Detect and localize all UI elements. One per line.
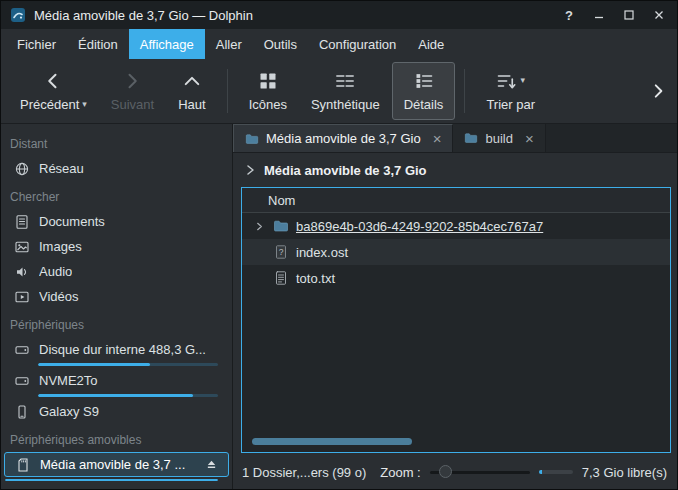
- file-name[interactable]: ba869e4b-03d6-4249-9202-85b4cec767a7: [296, 219, 543, 234]
- sidebar-item-images[interactable]: Images: [1, 234, 232, 259]
- section-remote: Distant: [1, 128, 232, 156]
- compact-view-button[interactable]: Synthétique: [299, 62, 392, 120]
- back-button[interactable]: Précédent▾: [8, 62, 99, 120]
- grid-icon: [258, 71, 278, 91]
- menu-edition[interactable]: Édition: [67, 29, 129, 59]
- sidebar-item-internal-disk[interactable]: Disque dur interne 488,3 G...: [1, 337, 232, 362]
- toolbar: Précédent▾ Suivant Haut Icônes Synthétiq…: [1, 59, 677, 124]
- sidebar-item-label: Disque dur interne 488,3 G...: [39, 342, 206, 357]
- forward-label: Suivant: [111, 97, 154, 112]
- phone-icon: [14, 404, 30, 420]
- toolbar-separator: [464, 69, 465, 113]
- chevron-right-icon: [122, 71, 142, 91]
- main-area: Distant Réseau Chercher Documents Images…: [1, 124, 677, 489]
- globe-icon: [14, 161, 30, 177]
- file-view[interactable]: Nom ba869e4b-03d6-4249-9202-85b4cec767a7…: [241, 187, 671, 453]
- app-icon: [10, 7, 26, 23]
- sort-by-button[interactable]: ▾ Trier par: [474, 62, 547, 120]
- toolbar-overflow-button[interactable]: [646, 69, 670, 113]
- chevron-left-icon: [43, 71, 63, 91]
- menu-aide[interactable]: Aide: [407, 29, 455, 59]
- free-space-label: 7,3 Gio libre(s): [582, 465, 667, 480]
- section-devices: Périphériques: [1, 309, 232, 337]
- sidebar-item-label: Documents: [39, 214, 105, 229]
- svg-text:?: ?: [279, 247, 284, 257]
- folder-icon: [273, 218, 289, 234]
- minimize-icon: [592, 8, 606, 22]
- zoom-slider-handle[interactable]: [439, 465, 452, 478]
- details-list-icon: [414, 71, 434, 91]
- sidebar-item-label: NVME2To: [39, 373, 98, 388]
- menu-outils[interactable]: Outils: [253, 29, 308, 59]
- details-view-button[interactable]: Détails: [392, 62, 456, 120]
- sidebar-item-network[interactable]: Réseau: [1, 156, 232, 181]
- menu-aller[interactable]: Aller: [205, 29, 253, 59]
- sidebar-item-audio[interactable]: Audio: [1, 259, 232, 284]
- section-removable: Périphériques amovibles: [1, 424, 232, 452]
- speaker-icon: [14, 264, 30, 280]
- tab-label: build: [485, 131, 512, 146]
- file-row-toto-txt[interactable]: toto.txt: [242, 265, 670, 291]
- horizontal-scrollbar[interactable]: [252, 438, 412, 445]
- minimize-button[interactable]: [590, 6, 608, 24]
- file-row-folder[interactable]: ba869e4b-03d6-4249-9202-85b4cec767a7: [242, 213, 670, 239]
- video-icon: [14, 289, 30, 305]
- sort-icon: [496, 71, 516, 91]
- hard-drive-icon: [14, 342, 30, 358]
- file-row-index-ost[interactable]: ? index.ost: [242, 239, 670, 265]
- expand-arrow-icon[interactable]: [253, 221, 266, 232]
- hard-drive-icon: [14, 373, 30, 389]
- menu-configuration[interactable]: Configuration: [308, 29, 407, 59]
- removable-usage-bar: [5, 479, 218, 481]
- removable-usage-fill: [5, 479, 218, 481]
- close-icon: [652, 8, 666, 22]
- column-header-nom[interactable]: Nom: [242, 188, 670, 213]
- tab-label: Média amovible de 3,7 Gio: [266, 131, 421, 146]
- forward-button[interactable]: Suivant: [99, 62, 166, 120]
- tab-build[interactable]: build ×: [453, 124, 545, 152]
- sidebar-item-phone[interactable]: Galaxy S9: [1, 399, 232, 424]
- menu-fichier[interactable]: Fichier: [6, 29, 67, 59]
- breadcrumb-location[interactable]: Média amovible de 3,7 Gio: [264, 163, 427, 178]
- tab-close-icon[interactable]: ×: [433, 131, 442, 146]
- sidebar-item-label: Réseau: [39, 161, 84, 176]
- sidebar-item-label: Audio: [39, 264, 72, 279]
- file-name[interactable]: index.ost: [296, 245, 348, 260]
- sidebar-item-documents[interactable]: Documents: [1, 209, 232, 234]
- tab-media-amovible[interactable]: Média amovible de 3,7 Gio ×: [233, 124, 453, 152]
- status-summary: 1 Dossier,...ers (99 o): [242, 465, 366, 480]
- breadcrumb[interactable]: Média amovible de 3,7 Gio: [233, 153, 677, 187]
- maximize-button[interactable]: [620, 6, 638, 24]
- sidebar-item-removable-media[interactable]: Média amovible de 3,7 ...: [4, 452, 229, 477]
- up-button[interactable]: Haut: [166, 62, 217, 120]
- sidebar-item-videos[interactable]: Vidéos: [1, 284, 232, 309]
- document-icon: [14, 214, 30, 230]
- help-icon: ?: [565, 8, 573, 23]
- up-label: Haut: [178, 97, 205, 112]
- menu-affichage[interactable]: Affichage: [129, 29, 205, 59]
- zoom-slider[interactable]: [430, 463, 530, 481]
- maximize-icon: [622, 8, 636, 22]
- close-button[interactable]: [650, 6, 668, 24]
- window-title: Média amovible de 3,7 Gio — Dolphin: [34, 8, 253, 23]
- section-search: Chercher: [1, 181, 232, 209]
- disk-usage-bar: [38, 363, 218, 366]
- sidebar-item-label: Média amovible de 3,7 ...: [40, 457, 185, 472]
- icons-view-button[interactable]: Icônes: [237, 62, 299, 120]
- sd-card-icon: [15, 457, 31, 473]
- titlebar[interactable]: Média amovible de 3,7 Gio — Dolphin ?: [1, 1, 677, 29]
- compact-view-label: Synthétique: [311, 97, 380, 112]
- chevron-right-icon: [649, 82, 667, 100]
- sidebar-item-nvme[interactable]: NVME2To: [1, 368, 232, 393]
- chevron-down-icon: ▾: [82, 100, 87, 109]
- disk-usage-fill: [38, 363, 150, 366]
- eject-button[interactable]: [205, 458, 218, 471]
- zoom-label: Zoom :: [380, 465, 420, 480]
- file-name[interactable]: toto.txt: [296, 271, 335, 286]
- help-button[interactable]: ?: [560, 6, 578, 24]
- status-bar: 1 Dossier,...ers (99 o) Zoom : 7,3 Gio l…: [233, 455, 677, 489]
- disk-usage-fill: [38, 394, 193, 397]
- tab-close-icon[interactable]: ×: [525, 131, 534, 146]
- toolbar-separator: [227, 69, 228, 113]
- back-label: Précédent: [20, 97, 79, 112]
